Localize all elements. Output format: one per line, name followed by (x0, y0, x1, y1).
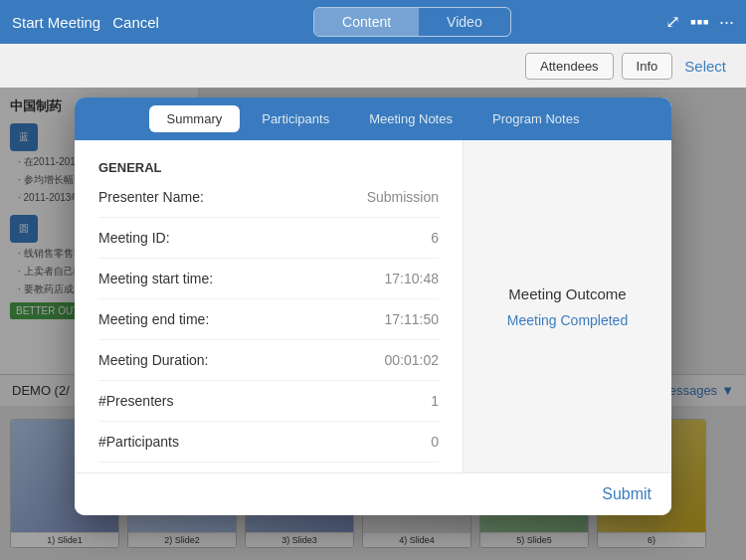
info-value-duration: 00:01:02 (385, 352, 440, 368)
outcome-title: Meeting Outcome (508, 285, 626, 302)
start-meeting-button[interactable]: Start Meeting (12, 14, 100, 31)
info-row-end-time: Meeting end time: 17:11:50 (98, 311, 439, 340)
info-row-duration: Meeting Duration: 00:01:02 (98, 352, 439, 381)
info-label-presenter: Presenter Name: (98, 189, 367, 205)
info-label-presenters: #Presenters (98, 393, 431, 409)
attendees-button[interactable]: Attendees (525, 53, 614, 80)
select-button[interactable]: Select (680, 58, 730, 75)
modal-left-panel: GENERAL Presenter Name: Submission Meeti… (75, 140, 463, 472)
content-video-toggle-group: Content Video (171, 7, 653, 37)
tab-meeting-notes[interactable]: Meeting Notes (351, 105, 470, 132)
info-value-participants: 0 (431, 434, 439, 450)
tab-summary[interactable]: Summary (149, 105, 241, 132)
submit-button[interactable]: Submit (602, 485, 652, 503)
info-value-end-time: 17:11:50 (385, 311, 440, 327)
top-bar-left: Start Meeting Cancel (12, 14, 159, 31)
outcome-status: Meeting Completed (507, 312, 628, 328)
info-row-presenters: #Presenters 1 (98, 393, 439, 422)
modal-overlay: Summary Participants Meeting Notes Progr… (0, 88, 746, 560)
top-bar-right: ⤢ ▪▪▪ ··· (665, 11, 734, 33)
main-area: 中国制药 蓝 · 在2011-2013年间... · 参均增长幅达... · 2… (0, 88, 746, 560)
section-general-title: GENERAL (98, 160, 439, 175)
info-label-start-time: Meeting start time: (98, 271, 385, 286)
modal-footer: Submit (75, 472, 671, 515)
tab-participants[interactable]: Participants (244, 105, 347, 132)
fullscreen-icon[interactable]: ⤢ (665, 11, 680, 33)
info-row-participants: #Participants 0 (98, 434, 439, 463)
second-bar: Attendees Info Select (0, 44, 746, 88)
cancel-button[interactable]: Cancel (112, 14, 159, 31)
info-value-presenter: Submission (367, 189, 439, 205)
info-row-start-time: Meeting start time: 17:10:48 (98, 271, 439, 299)
more-options-icon[interactable]: ··· (719, 12, 734, 33)
content-toggle-button[interactable]: Content (314, 8, 419, 36)
top-bar: Start Meeting Cancel Content Video ⤢ ▪▪▪… (0, 0, 746, 44)
info-row-presenter: Presenter Name: Submission (98, 189, 439, 218)
info-value-presenters: 1 (431, 393, 439, 409)
tab-program-notes[interactable]: Program Notes (474, 105, 597, 132)
modal-body: GENERAL Presenter Name: Submission Meeti… (75, 140, 671, 472)
info-row-meeting-id: Meeting ID: 6 (98, 230, 439, 259)
info-label-participants: #Participants (98, 434, 431, 450)
info-label-duration: Meeting Duration: (98, 352, 385, 368)
modal-right-panel: Meeting Outcome Meeting Completed (463, 140, 671, 472)
info-value-start-time: 17:10:48 (385, 271, 440, 286)
info-button[interactable]: Info (622, 53, 673, 80)
content-video-toggle: Content Video (313, 7, 511, 37)
info-value-meeting-id: 6 (431, 230, 439, 246)
info-label-end-time: Meeting end time: (98, 311, 385, 327)
modal-tabs: Summary Participants Meeting Notes Progr… (75, 97, 671, 140)
info-label-meeting-id: Meeting ID: (98, 230, 431, 246)
modal: Summary Participants Meeting Notes Progr… (75, 97, 671, 515)
signal-icon[interactable]: ▪▪▪ (690, 12, 709, 33)
video-toggle-button[interactable]: Video (419, 8, 510, 36)
